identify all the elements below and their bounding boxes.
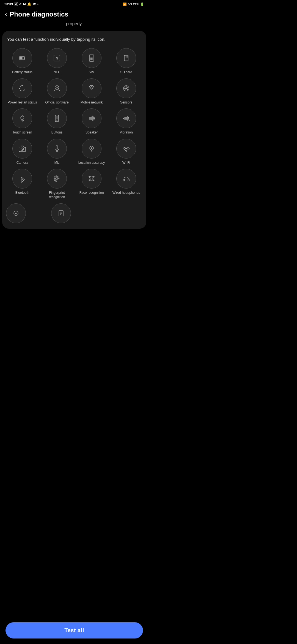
diag-item-camera[interactable]: Camera bbox=[6, 139, 38, 165]
bluetooth-icon bbox=[18, 174, 27, 183]
bluetooth-icon-circle bbox=[12, 169, 32, 189]
diag-item-wired-headphones[interactable]: Wired headphones bbox=[110, 169, 142, 199]
subtitle-text: properly. bbox=[0, 19, 148, 29]
location-accuracy-icon-circle bbox=[82, 139, 101, 159]
camera-icon-circle bbox=[12, 139, 32, 159]
page-title: Phone diagnostics bbox=[10, 10, 68, 18]
face-recognition-icon bbox=[87, 174, 96, 183]
network-label: 5G bbox=[128, 2, 132, 6]
extra2-icon bbox=[57, 209, 65, 218]
fingerprint-recognition-label: Fingerprint recognition bbox=[41, 191, 73, 199]
battery-status-label: Battery status bbox=[12, 70, 32, 75]
svg-point-40 bbox=[56, 178, 58, 179]
svg-rect-44 bbox=[123, 179, 125, 181]
battery-status-icon bbox=[18, 54, 27, 62]
diag-item-buttons[interactable]: Buttons bbox=[41, 108, 73, 135]
mobile-network-icon-circle: A bbox=[82, 78, 101, 98]
task-icon: ✔ bbox=[19, 2, 22, 6]
touch-screen-label: Touch screen bbox=[12, 130, 32, 135]
svg-point-43 bbox=[92, 178, 93, 179]
diag-item-battery-status[interactable]: Battery status bbox=[6, 48, 38, 75]
power-restart-icon-circle bbox=[12, 78, 32, 98]
nfc-label: NFC bbox=[54, 70, 61, 75]
face-recognition-icon-circle bbox=[82, 169, 101, 189]
wired-headphones-icon bbox=[122, 174, 131, 183]
wifi-icon-circle bbox=[116, 139, 136, 159]
mail-icon: M bbox=[23, 2, 26, 6]
vibration-icon bbox=[122, 114, 131, 123]
touch-screen-icon-circle bbox=[12, 108, 32, 128]
svg-rect-23 bbox=[59, 116, 59, 118]
battery-label: 21% bbox=[133, 2, 139, 6]
status-right: 📶 5G 21% 🔋 bbox=[123, 2, 144, 6]
svg-rect-2 bbox=[20, 57, 23, 59]
diag-item-mobile-network[interactable]: A Mobile network bbox=[75, 78, 108, 105]
fingerprint-icon bbox=[53, 174, 61, 183]
speaker-label: Speaker bbox=[86, 130, 98, 135]
svg-point-33 bbox=[24, 147, 25, 148]
sensors-label: Sensors bbox=[120, 100, 132, 105]
speaker-icon bbox=[87, 114, 96, 123]
diag-item-nfc[interactable]: N NFC bbox=[41, 48, 73, 75]
buttons-icon-circle bbox=[47, 108, 67, 128]
extra1-icon bbox=[12, 209, 20, 218]
card-description: You can test a function individually by … bbox=[6, 36, 142, 42]
svg-point-38 bbox=[91, 147, 92, 149]
official-software-icon-circle bbox=[47, 78, 67, 98]
extra2-icon-circle bbox=[51, 203, 71, 223]
vibration-icon-circle bbox=[116, 108, 136, 128]
photo-icon: 🖼 bbox=[14, 2, 18, 6]
mobile-network-label: Mobile network bbox=[81, 100, 103, 105]
sim-label: SIM bbox=[89, 70, 94, 75]
speaker-icon-circle bbox=[82, 108, 101, 128]
diag-item-fingerprint-recognition[interactable]: Fingerprint recognition bbox=[41, 169, 73, 199]
diag-item-touch-screen[interactable]: Touch screen bbox=[6, 108, 38, 135]
svg-marker-25 bbox=[125, 116, 128, 121]
diag-item-speaker[interactable]: Speaker bbox=[75, 108, 108, 135]
eye-icon: 👁 bbox=[33, 2, 36, 6]
camera-label: Camera bbox=[16, 161, 28, 165]
wired-headphones-label: Wired headphones bbox=[112, 191, 140, 195]
diag-item-bluetooth[interactable]: Bluetooth bbox=[6, 169, 38, 199]
camera-icon bbox=[18, 144, 27, 153]
vibration-label: Vibration bbox=[120, 130, 133, 135]
svg-point-17 bbox=[125, 88, 127, 89]
diag-item-extra1[interactable] bbox=[6, 203, 26, 223]
diag-item-location-accuracy[interactable]: Location accuracy bbox=[75, 139, 108, 165]
sd-card-label: SD card bbox=[120, 70, 132, 75]
dot-icon: • bbox=[37, 2, 38, 6]
diag-item-official-software[interactable]: Official software bbox=[41, 78, 73, 105]
bluetooth-label: Bluetooth bbox=[15, 191, 29, 195]
page-header: ‹ Phone diagnostics bbox=[0, 7, 148, 19]
diag-item-sim[interactable]: SIM bbox=[75, 48, 108, 75]
sim-icon bbox=[87, 54, 96, 62]
power-restart-status-label: Power restart status bbox=[8, 100, 37, 105]
fingerprint-icon-circle bbox=[47, 169, 67, 189]
extra1-icon-circle bbox=[6, 203, 26, 223]
sd-card-icon-circle bbox=[116, 48, 136, 68]
diag-item-wifi[interactable]: Wi-Fi bbox=[110, 139, 142, 165]
power-restart-icon bbox=[18, 84, 27, 93]
svg-point-14 bbox=[22, 85, 23, 86]
diag-item-face-recognition[interactable]: Face recognition bbox=[75, 169, 108, 199]
svg-point-32 bbox=[22, 149, 23, 150]
svg-text:N: N bbox=[56, 56, 58, 60]
diag-item-vibration[interactable]: Vibration bbox=[110, 108, 142, 135]
mic-icon bbox=[53, 144, 61, 153]
diag-item-extra2[interactable] bbox=[51, 203, 71, 223]
sd-card-icon bbox=[122, 54, 131, 62]
diag-item-mic[interactable]: Mic bbox=[41, 139, 73, 165]
diagnostics-card: You can test a function individually by … bbox=[2, 31, 146, 229]
sensors-icon-circle bbox=[116, 78, 136, 98]
svg-rect-10 bbox=[124, 55, 128, 61]
sensors-icon bbox=[122, 84, 131, 93]
diag-item-sensors[interactable]: Sensors bbox=[110, 78, 142, 105]
diag-item-sd-card[interactable]: SD card bbox=[110, 48, 142, 75]
official-software-label: Official software bbox=[45, 100, 68, 105]
diag-item-power-restart-status[interactable]: Power restart status bbox=[6, 78, 38, 105]
official-software-icon bbox=[53, 84, 61, 93]
svg-point-47 bbox=[15, 212, 17, 214]
clock: 23:39 bbox=[4, 2, 13, 6]
svg-point-42 bbox=[90, 178, 91, 179]
back-button[interactable]: ‹ bbox=[5, 11, 7, 18]
